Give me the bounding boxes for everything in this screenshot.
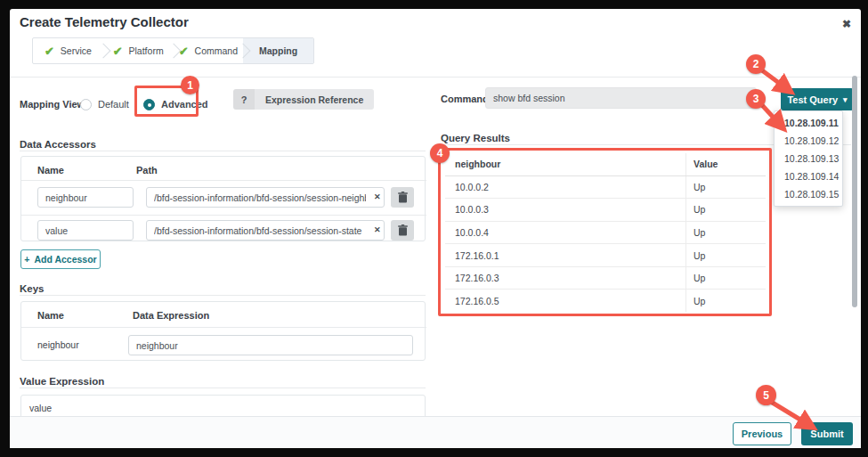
add-accessor-button[interactable]: + Add Accessor: [20, 249, 101, 269]
previous-button[interactable]: Previous: [733, 422, 791, 445]
column-header-name: Name: [37, 165, 64, 175]
callout-5: 5: [756, 385, 776, 405]
wizard-steps: ✔ Service ✔ Platform ✔ Command Mapping: [32, 37, 314, 64]
section-divider: [20, 295, 426, 296]
section-divider: [20, 388, 426, 388]
keys-panel: Name Data Expression neighbour: [20, 301, 426, 361]
dropdown-item-device[interactable]: 10.28.109.14: [775, 167, 842, 185]
data-accessors-panel: Name Path ✕ ✕: [20, 156, 426, 241]
scrollbar-thumb[interactable]: [852, 76, 857, 307]
data-accessors-heading: Data Accessors: [20, 139, 96, 150]
radio-default[interactable]: [80, 99, 92, 110]
table-divider: [21, 180, 426, 181]
test-query-button[interactable]: Test Query ▾: [781, 88, 854, 110]
create-telemetry-collector-modal: Create Telemetry Collector ✖ ✔ Service ✔…: [10, 9, 861, 448]
step-label: Mapping: [259, 45, 297, 56]
key-expression-input[interactable]: [128, 335, 413, 355]
device-dropdown-menu: 10.28.109.11 10.28.109.12 10.28.109.13 1…: [774, 110, 843, 207]
dropdown-item-device[interactable]: 10.28.109.13: [775, 150, 842, 167]
step-label: Command: [195, 45, 238, 56]
close-icon[interactable]: ✖: [842, 18, 851, 30]
query-results-heading: Query Results: [441, 133, 510, 143]
check-icon: ✔: [113, 45, 123, 58]
step-command[interactable]: ✔ Command: [174, 38, 244, 63]
delete-accessor-button[interactable]: [391, 187, 414, 208]
accessor-path-input[interactable]: [146, 220, 385, 241]
step-label: Service: [61, 45, 92, 56]
screenshot-canvas: Create Telemetry Collector ✖ ✔ Service ✔…: [0, 0, 868, 457]
step-platform[interactable]: ✔ Platform: [103, 38, 174, 63]
expression-reference-group: ? Expression Reference: [233, 89, 374, 110]
table-divider: [21, 327, 426, 328]
dropdown-item-device[interactable]: 10.28.109.11: [775, 114, 842, 132]
step-mapping[interactable]: Mapping: [243, 38, 313, 63]
page-title: Create Telemetry Collector: [20, 14, 189, 29]
value-expression-heading: Value Expression: [20, 376, 104, 387]
mapping-view-label: Mapping View:: [20, 99, 88, 110]
delete-accessor-button[interactable]: [391, 220, 414, 241]
key-name: neighbour: [37, 339, 79, 350]
column-header-name: Name: [37, 310, 64, 321]
callout-3: 3: [746, 89, 766, 109]
expression-reference-button[interactable]: Expression Reference: [255, 89, 374, 110]
test-query-label: Test Query: [787, 94, 838, 105]
column-header-data-expression: Data Expression: [133, 310, 209, 321]
callout-4: 4: [430, 143, 450, 163]
command-input[interactable]: [485, 87, 757, 109]
clear-icon[interactable]: ✕: [374, 225, 381, 234]
step-label: Platform: [129, 45, 164, 56]
accessor-path-input[interactable]: [146, 187, 385, 208]
trash-icon: [398, 224, 408, 236]
add-accessor-label: Add Accessor: [34, 254, 96, 265]
caret-down-icon: ▾: [843, 95, 848, 104]
help-icon[interactable]: ?: [233, 89, 255, 110]
callout-1: 1: [181, 76, 199, 94]
radio-default-label[interactable]: Default: [98, 99, 129, 110]
column-header-path: Path: [136, 165, 158, 175]
check-icon: ✔: [45, 45, 54, 58]
value-expression-value: value: [29, 403, 52, 413]
keys-heading: Keys: [20, 283, 45, 294]
trash-icon: [398, 192, 408, 203]
clear-icon[interactable]: ✕: [374, 192, 381, 201]
submit-button[interactable]: Submit: [801, 422, 853, 445]
plus-icon: +: [24, 254, 29, 265]
dropdown-item-device[interactable]: 10.28.109.12: [775, 132, 842, 150]
callout-2: 2: [746, 54, 766, 74]
modal-footer: Previous Submit: [10, 416, 861, 448]
step-service[interactable]: ✔ Service: [33, 38, 103, 63]
accessor-name-input[interactable]: [37, 187, 134, 208]
accessor-name-input[interactable]: [37, 220, 134, 241]
command-label: Command:: [441, 94, 491, 104]
dropdown-item-device[interactable]: 10.28.109.15: [775, 185, 842, 203]
annotation-rect-query-results: [438, 148, 772, 316]
row-divider: [21, 215, 426, 216]
section-divider: [20, 151, 426, 151]
header-divider: [10, 77, 861, 78]
